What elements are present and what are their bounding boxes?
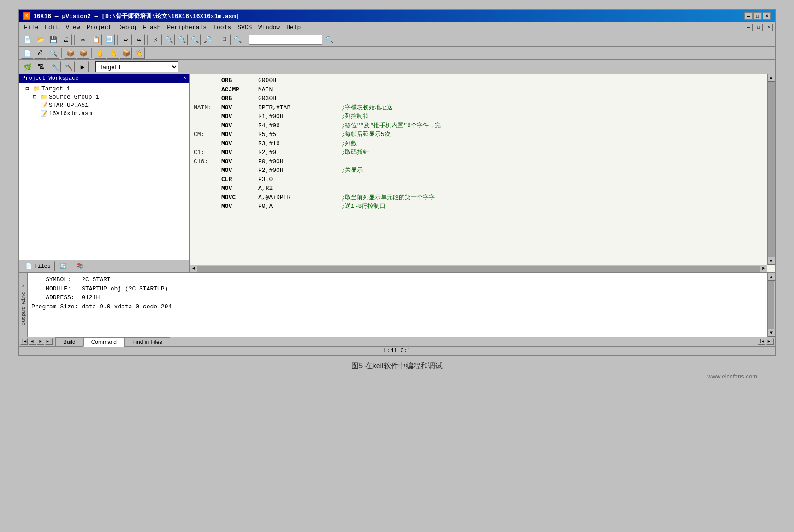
t2-btn5[interactable]: 📦 xyxy=(77,47,89,59)
maximize-button[interactable]: □ xyxy=(753,12,762,20)
title-text: 16X16 — µVision2 — [D:\骨干师资培训\论文\16X16\1… xyxy=(33,12,239,20)
tree-item-asmfile[interactable]: 📝 16X16x1m.asm xyxy=(21,109,187,118)
tree-label-startup: STARTUP.A51 xyxy=(49,102,89,109)
menu-help[interactable]: Help xyxy=(284,23,303,32)
cut-btn[interactable]: ✂ xyxy=(77,34,89,45)
code-scroll-right[interactable]: ► xyxy=(760,265,767,272)
target-btn2[interactable]: 🏗 xyxy=(35,61,47,72)
figure-caption: 图5 在keil软件中编程和调试 xyxy=(18,356,776,373)
zoom-btn[interactable]: 🔎 xyxy=(201,34,213,45)
code-vscrollbar[interactable]: ▲ ▼ xyxy=(767,74,775,265)
output-nav-last[interactable]: ►| xyxy=(45,338,53,345)
t2-hand-btn[interactable]: ✋ xyxy=(94,47,106,59)
title-bar-left: K 16X16 — µVision2 — [D:\骨干师资培训\论文\16X16… xyxy=(23,12,239,20)
code-line-3: MAIN: MOV DPTR,#TAB ;字模表初始地址送 xyxy=(194,103,764,112)
target-btn1[interactable]: 🌿 xyxy=(21,61,33,72)
undo-btn[interactable]: ↩ xyxy=(120,34,132,45)
menu-restore-btn[interactable]: □ xyxy=(754,24,763,31)
t2-btn1[interactable]: 📄 xyxy=(21,47,33,59)
t2-box-btn[interactable]: 📦 xyxy=(120,47,132,59)
t2-btn3[interactable]: 🔍 xyxy=(47,47,59,59)
minimize-button[interactable]: — xyxy=(744,12,753,20)
ws-tab-regs[interactable]: 🔄 xyxy=(56,261,71,271)
menu-file[interactable]: File xyxy=(21,23,41,32)
t2-pointer-btn[interactable]: 👆 xyxy=(107,47,119,59)
build-btn[interactable]: ⚡ xyxy=(150,34,162,45)
find2-btn[interactable]: 🔍 xyxy=(176,34,188,45)
output-scroll-up[interactable]: ▲ xyxy=(768,273,775,281)
inspect-btn[interactable]: 🔍 xyxy=(231,34,243,45)
output-area: × Output Winc SYMBOL: ?C_START MODULE: S… xyxy=(19,272,775,346)
paste-btn[interactable]: 📃 xyxy=(103,34,115,45)
search-go-btn[interactable]: 🔍 xyxy=(323,34,335,45)
tree-label-sourcegroup: Source Group 1 xyxy=(49,94,99,100)
output-vtrack[interactable] xyxy=(768,281,774,329)
code-scroll-track[interactable] xyxy=(768,82,775,257)
menu-svcs[interactable]: SVCS xyxy=(235,23,255,32)
find1-btn[interactable]: 🔍 xyxy=(163,34,175,45)
menu-minimize-btn[interactable]: — xyxy=(744,24,753,31)
code-scroll-down[interactable]: ▼ xyxy=(768,257,775,265)
workspace-title-bar: Project Workspace × xyxy=(19,74,189,83)
target-btn3[interactable]: 🔧 xyxy=(49,61,61,72)
output-vscrollbar[interactable]: ▲ ▼ xyxy=(767,273,775,337)
copy-btn[interactable]: 📋 xyxy=(90,34,102,45)
menu-window[interactable]: Window xyxy=(255,23,283,32)
status-position: L:41 C:1 xyxy=(384,348,410,354)
code-line-5: MOV R4,#96 ;移位""及"推手机内置"6个字件，完 xyxy=(194,121,764,130)
code-area[interactable]: ORG 0000H ACJMP MAIN ORG 0030H xyxy=(190,74,775,272)
search-input[interactable] xyxy=(249,35,322,45)
code-scroll-left[interactable]: ◄ xyxy=(190,265,197,272)
menu-edit[interactable]: Edit xyxy=(42,23,62,32)
close-button[interactable]: × xyxy=(763,12,771,20)
output-x-mark[interactable]: × xyxy=(21,283,26,290)
tab-command[interactable]: Command xyxy=(83,337,124,347)
save-btn[interactable]: 💾 xyxy=(47,34,59,45)
menu-peripherals[interactable]: Peripherals xyxy=(164,23,209,32)
menu-project[interactable]: Project xyxy=(84,23,115,32)
tree-item-startup[interactable]: 📝 STARTUP.A51 xyxy=(21,101,187,109)
debug-btn[interactable]: 🖥 xyxy=(219,34,231,45)
sep6 xyxy=(61,48,62,58)
workspace-close-btn[interactable]: × xyxy=(183,75,186,82)
menu-tools[interactable]: Tools xyxy=(210,23,234,32)
tree-item-target1[interactable]: ⊟ 📁 Target 1 xyxy=(21,84,187,93)
website-label: www.elecfans.com xyxy=(18,373,776,384)
ws-tab-regs-icon: 🔄 xyxy=(60,263,67,270)
target-dropdown[interactable]: Target 1 xyxy=(95,61,178,72)
target-btn4[interactable]: 🔨 xyxy=(63,61,75,72)
code-scroll-up[interactable]: ▲ xyxy=(768,74,775,82)
output-right-scroll2[interactable]: ►| xyxy=(766,338,774,345)
code-line-6: CM: MOV R5,#5 ;每帧后延显示5次 xyxy=(194,130,764,139)
menu-close-btn[interactable]: × xyxy=(764,24,773,31)
menu-flash[interactable]: Flash xyxy=(140,23,163,32)
ws-tab-files[interactable]: 📄 Files xyxy=(21,261,55,271)
ws-tab-files-label: Files xyxy=(34,263,51,270)
tree-item-sourcegroup[interactable]: ⊟ 📁 Source Group 1 xyxy=(21,93,187,101)
ws-tab-books[interactable]: 📚 xyxy=(72,261,87,271)
print-btn[interactable]: 🖨 xyxy=(60,34,72,45)
redo-btn[interactable]: ↪ xyxy=(133,34,145,45)
open-btn[interactable]: 📂 xyxy=(34,34,46,45)
t2-btn2[interactable]: 🖨 xyxy=(34,47,46,59)
tab-build[interactable]: Build xyxy=(55,337,83,346)
new-file-btn[interactable]: 📄 xyxy=(21,34,33,45)
tab-find-in-files[interactable]: Find in Files xyxy=(124,337,170,346)
output-nav-prev[interactable]: ◄ xyxy=(29,338,36,345)
menu-view[interactable]: View xyxy=(63,23,83,32)
target-btn5[interactable]: ▶ xyxy=(77,61,89,72)
code-hscroll-track[interactable] xyxy=(197,266,760,272)
output-nav-first[interactable]: |◄ xyxy=(20,338,28,345)
menu-bar: File Edit View Project Debug Flash Perip… xyxy=(19,22,775,33)
t2-btn4[interactable]: 📦 xyxy=(64,47,76,59)
output-scroll-down[interactable]: ▼ xyxy=(768,329,775,337)
app-icon: K xyxy=(23,12,30,20)
menu-bar-right: — □ × xyxy=(744,24,773,31)
find3-btn[interactable]: 🔍 xyxy=(189,34,201,45)
output-right-scroll[interactable]: |◄ xyxy=(758,338,765,345)
menu-debug[interactable]: Debug xyxy=(115,23,139,32)
code-hscrollbar[interactable]: ◄ ► xyxy=(190,265,767,272)
tree-collapse-icon2: ⊟ xyxy=(30,93,39,100)
output-nav-next[interactable]: ► xyxy=(37,338,44,345)
t2-wave-btn[interactable]: 👋 xyxy=(133,47,145,59)
